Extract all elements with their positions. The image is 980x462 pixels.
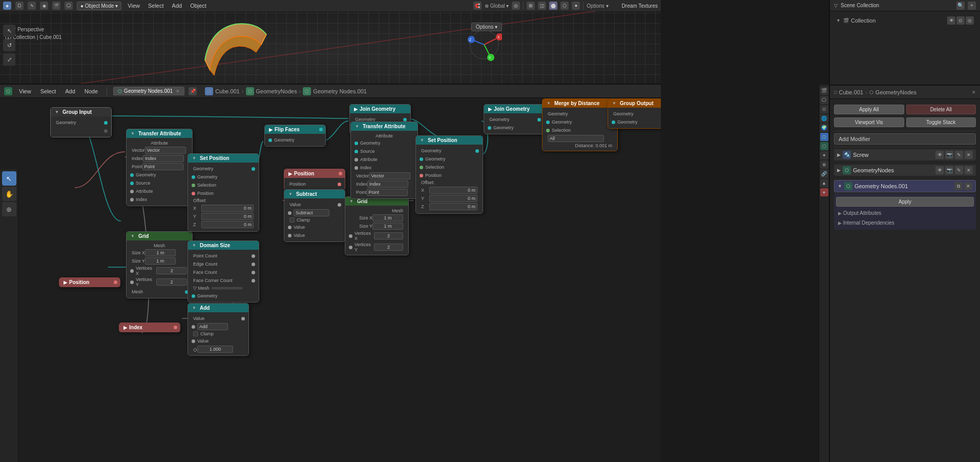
node-menu-view[interactable]: View (16, 87, 34, 95)
particles-props-icon[interactable]: ✦ (820, 151, 828, 159)
grid1-sizex-val[interactable]: 1 m (145, 249, 176, 256)
viewport-tool-rotate[interactable]: ↺ (3, 39, 15, 51)
delete-all-button[interactable]: Delete All (906, 105, 976, 114)
output-props-icon[interactable]: 🖵 (820, 96, 828, 104)
viewport-vis-button[interactable]: Viewport Vis (834, 117, 904, 127)
sub-dropdown[interactable]: Subtract (294, 209, 329, 216)
menu-select[interactable]: Select (146, 3, 166, 9)
breadcrumb-geonodes[interactable]: GeometryNodes (256, 88, 297, 94)
gn001-close-icon[interactable]: ✕ (964, 182, 972, 190)
menu-object[interactable]: Object (188, 3, 208, 9)
add-val[interactable]: 1.000 (197, 346, 233, 353)
apply-all-button[interactable]: Apply All (834, 105, 904, 114)
gn-vis-icon[interactable]: 👁 (935, 166, 944, 174)
md-all-dropdown[interactable]: All (548, 135, 604, 142)
data-props-icon[interactable]: ▲ (820, 179, 828, 187)
overlay-icon[interactable]: ⊞ (527, 2, 535, 10)
rp-add-icon[interactable]: + (968, 2, 976, 10)
tool-pan[interactable]: ✋ (2, 187, 16, 201)
tool-select[interactable]: ↖ (2, 171, 16, 186)
menu-add[interactable]: Add (170, 3, 184, 9)
pin-icon[interactable]: 📌 (189, 87, 197, 95)
ta2-point-sel[interactable]: Point (367, 189, 408, 196)
object-mode-selector[interactable]: ● Object Mode ▾ (77, 2, 121, 10)
grid1-vertx-val[interactable]: 2 (156, 267, 187, 274)
sp2-z-val[interactable]: 0 m (429, 203, 477, 210)
modifier-props-icon[interactable]: ⬡ (820, 142, 828, 150)
grid2-verty-val[interactable]: 2 (374, 244, 403, 251)
screw-close-icon[interactable]: ✕ (965, 151, 973, 159)
internal-deps-section[interactable]: ▶ Internal Dependencies (836, 218, 974, 228)
shading-render[interactable]: ● (572, 2, 580, 10)
breadcrumb-tree[interactable]: Geometry Nodes.001 (313, 88, 367, 94)
grid1-verty-val[interactable]: 2 (156, 278, 187, 286)
world-props-icon[interactable]: 🌍 (820, 124, 828, 132)
gn001-copy-icon[interactable]: ⧉ (954, 182, 963, 190)
coll-sel-icon[interactable]: ⊙ (956, 16, 965, 25)
coll-vis-icon[interactable]: 👁 (947, 16, 955, 25)
add-clamp-check[interactable] (193, 331, 198, 336)
sp1-x-val[interactable]: 0 m (201, 205, 254, 212)
geonodes-header[interactable]: ▶ ⬡ GeometryNodes 👁 📷 ✎ ✕ (834, 165, 976, 176)
ta2-vec-sel[interactable]: Vector (369, 172, 410, 179)
options-right[interactable]: Options ▾ (587, 3, 608, 9)
proportional-icon[interactable]: ◎ (512, 2, 520, 10)
viewport-tool-scale[interactable]: ⤢ (3, 53, 15, 66)
node-menu-select[interactable]: Select (38, 87, 59, 95)
tab-close[interactable]: ✕ (176, 89, 180, 94)
viewport-tool-select[interactable]: ↖ (3, 25, 15, 37)
screw-cam-icon[interactable]: 📷 (945, 151, 953, 159)
rp-search-icon[interactable]: 🔍 (956, 2, 965, 10)
snap-icon[interactable]: 🧲 (473, 2, 482, 10)
grid2-sizey-val[interactable]: 1 m (372, 223, 403, 230)
physics-props-icon[interactable]: ⊕ (820, 160, 828, 169)
node-menu-add[interactable]: Add (62, 87, 78, 95)
sub-clamp-check[interactable] (289, 217, 295, 223)
sp1-z-val[interactable]: 0 m (201, 221, 254, 228)
node-tab-active[interactable]: ⬡ Geometry Nodes.001 ✕ (113, 87, 184, 95)
transform-global[interactable]: ⊕ Global ▾ (485, 3, 509, 9)
gn-close-icon[interactable]: ✕ (965, 166, 973, 174)
coll-render-icon[interactable]: ◎ (966, 16, 974, 25)
menu-view[interactable]: View (126, 3, 142, 9)
sp1-y-val[interactable]: 0 m (201, 213, 254, 220)
ta1-point-dropdown[interactable]: Point (142, 163, 183, 170)
grid2-vertx-val[interactable]: 2 (374, 232, 403, 239)
shading-wire[interactable]: ⬡ (560, 2, 569, 10)
xray-icon[interactable]: ◫ (538, 2, 546, 10)
3d-viewport[interactable]: User Perspective (1) Collection | Cube.0… (0, 11, 661, 85)
props-close-icon[interactable]: ✕ (972, 90, 976, 95)
flip-faces-title: Flip Faces (275, 127, 300, 132)
ta2-idx-sel[interactable]: Index (367, 180, 408, 188)
shading-solid[interactable]: ⬤ (549, 2, 557, 10)
node-canvas[interactable]: ▼ Group Input Geometry Group Input (18, 98, 661, 462)
render-props-icon[interactable]: 🎬 (820, 87, 828, 95)
screw-edit-icon[interactable]: ✎ (955, 151, 963, 159)
gn001-header[interactable]: ▼ ⬡ Geometry Nodes.001 ⧉ ✕ (834, 180, 976, 192)
scene-props-icon[interactable]: 🌐 (820, 114, 828, 123)
material-props-icon[interactable]: ● (820, 188, 828, 196)
constraints-props-icon[interactable]: 🔗 (820, 170, 828, 178)
object-props-icon[interactable]: □ (820, 133, 828, 141)
grid1-sizey-val[interactable]: 1 m (145, 257, 176, 265)
ta1-vector-dropdown[interactable]: Vector (145, 147, 186, 154)
add-modifier-button[interactable]: Add Modifier (834, 133, 976, 145)
apply-button[interactable]: Apply (836, 197, 974, 207)
breadcrumb-cube[interactable]: Cube.001 (215, 88, 240, 94)
add-dropdown[interactable]: Add (197, 323, 228, 330)
tool-add[interactable]: ⊕ (2, 202, 16, 216)
ta1-index-dropdown[interactable]: Index (143, 155, 184, 162)
sp2-x-val[interactable]: 0 m (429, 187, 477, 194)
output-attributes-section[interactable]: ▶ Output Attributes (836, 208, 974, 218)
screw-header[interactable]: ▶ 🔩 Screw 👁 📷 ✎ ✕ (834, 149, 976, 160)
view-props-icon[interactable]: ⊙ (820, 105, 828, 113)
toggle-stack-button[interactable]: Toggle Stack (906, 117, 976, 127)
ds-mesh-dropdown[interactable] (212, 287, 242, 289)
gn-cam-icon[interactable]: 📷 (945, 166, 953, 174)
sp2-y-val[interactable]: 0 m (429, 195, 477, 202)
grid2-sizex-val[interactable]: 1 m (372, 214, 403, 222)
gn-edit-icon[interactable]: ✎ (955, 166, 963, 174)
screw-vis-icon[interactable]: 👁 (935, 151, 944, 159)
collection-root[interactable]: ▼ 🎬 Collection 👁 ⊙ ◎ (834, 15, 976, 26)
node-menu-node[interactable]: Node (82, 87, 100, 95)
